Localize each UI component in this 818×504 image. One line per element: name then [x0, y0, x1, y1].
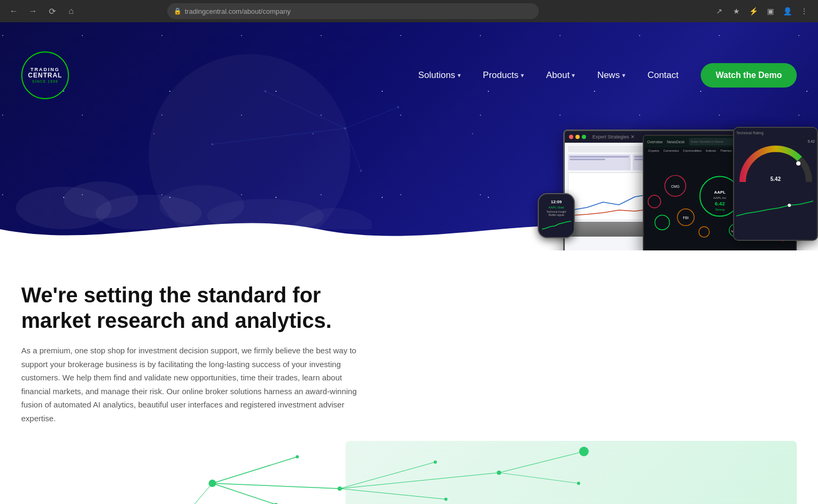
logo-line2: CENTRAL — [28, 72, 62, 79]
svg-line-44 — [340, 489, 446, 499]
svg-line-45 — [340, 473, 499, 489]
svg-line-41 — [212, 483, 276, 504]
nav-news-label: News — [597, 70, 620, 81]
news-chevron-icon: ▾ — [622, 72, 625, 79]
svg-point-35 — [648, 195, 661, 208]
svg-point-34 — [699, 227, 710, 237]
bookmark-button[interactable]: ★ — [729, 4, 744, 19]
svg-point-54 — [434, 460, 437, 464]
home-button[interactable]: ⌂ — [64, 4, 79, 19]
svg-text:FBI: FBI — [683, 216, 689, 220]
url-domain: tradingcentral.com — [185, 7, 242, 15]
svg-line-42 — [212, 483, 340, 489]
logo-tagline: SINCE 1999 — [32, 80, 58, 83]
svg-text:5.42: 5.42 — [770, 176, 781, 182]
svg-point-55 — [444, 498, 447, 501]
navbar: TRADING CENTRAL SINCE 1999 Solutions ▾ P… — [0, 45, 818, 106]
svg-text:Strong: Strong — [715, 208, 724, 211]
svg-point-56 — [497, 471, 501, 475]
svg-point-39 — [788, 204, 791, 207]
svg-point-49 — [209, 480, 216, 487]
about-chevron-icon: ▾ — [572, 72, 575, 79]
nav-products-label: Products — [483, 70, 519, 81]
svg-point-30 — [655, 215, 670, 230]
url-display: tradingcentral.com/about/company — [185, 7, 290, 15]
bottom-network-lines — [127, 441, 605, 504]
url-path: /about/company — [242, 7, 291, 15]
logo-oval[interactable]: TRADING CENTRAL SINCE 1999 — [21, 51, 69, 99]
svg-text:CMG: CMG — [671, 185, 679, 188]
logo[interactable]: TRADING CENTRAL SINCE 1999 — [21, 51, 69, 99]
svg-point-50 — [579, 447, 589, 456]
back-button[interactable]: ← — [6, 4, 21, 19]
svg-point-53 — [338, 486, 342, 491]
nav-products[interactable]: Products ▾ — [475, 66, 532, 85]
svg-point-51 — [296, 455, 299, 458]
heading-section: We're setting the standard for market re… — [21, 282, 366, 425]
svg-line-46 — [499, 451, 584, 473]
products-chevron-icon: ▾ — [521, 72, 524, 79]
svg-text:AAPL Inc: AAPL Inc — [713, 196, 726, 199]
svg-point-58 — [577, 482, 580, 485]
svg-line-47 — [499, 473, 579, 483]
svg-line-48 — [180, 483, 212, 504]
nav-about-label: About — [546, 70, 570, 81]
svg-line-43 — [340, 462, 435, 489]
nav-contact-label: Contact — [648, 70, 679, 81]
svg-point-6 — [397, 106, 399, 108]
bottom-network-section — [21, 441, 797, 504]
smartwatch-device: 12:09 AAPL Start Technical Insight Bulli… — [538, 193, 575, 238]
nav-about[interactable]: About ▾ — [538, 66, 583, 85]
svg-point-37 — [796, 161, 800, 166]
address-bar[interactable]: 🔒 tradingcentral.com/about/company — [167, 3, 539, 19]
menu-button[interactable]: ⋮ — [797, 4, 812, 19]
main-body-text: As a premium, one stop shop for investme… — [21, 344, 366, 425]
svg-text:6.42: 6.42 — [714, 201, 725, 206]
main-heading: We're setting the standard for market re… — [21, 282, 366, 333]
svg-text:AAPL: AAPL — [714, 190, 726, 195]
main-content: We're setting the standard for market re… — [0, 250, 818, 504]
nav-contact[interactable]: Contact — [639, 66, 687, 85]
forward-button[interactable]: → — [25, 4, 40, 19]
profile-button[interactable]: 👤 — [780, 4, 795, 19]
svg-line-40 — [212, 457, 297, 483]
share-button[interactable]: ↗ — [712, 4, 727, 19]
right-tablet-device: Technical Rating 5.42 — [733, 127, 818, 241]
website: Expert Strategies ✕ — [0, 22, 818, 504]
window-button[interactable]: ▣ — [763, 4, 778, 19]
browser-chrome: ← → ⟳ ⌂ 🔒 tradingcentral.com/about/compa… — [0, 0, 818, 22]
browser-actions: ↗ ★ ⚡ ▣ 👤 ⋮ — [712, 4, 812, 19]
extensions-button[interactable]: ⚡ — [746, 4, 761, 19]
watch-demo-button[interactable]: Watch the Demo — [701, 63, 797, 88]
solutions-chevron-icon: ▾ — [458, 72, 461, 79]
refresh-button[interactable]: ⟳ — [45, 4, 59, 19]
lock-icon: 🔒 — [174, 7, 182, 15]
nav-links: Solutions ▾ Products ▾ About ▾ News ▾ Co… — [410, 63, 797, 88]
nav-news[interactable]: News ▾ — [589, 66, 634, 85]
nav-solutions[interactable]: Solutions ▾ — [410, 66, 469, 85]
nav-solutions-label: Solutions — [418, 70, 455, 81]
